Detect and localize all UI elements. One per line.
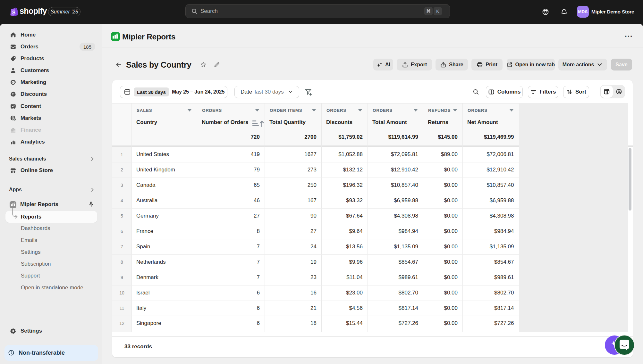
svg-text:$: $ <box>14 118 15 121</box>
svg-text:S: S <box>12 10 16 15</box>
